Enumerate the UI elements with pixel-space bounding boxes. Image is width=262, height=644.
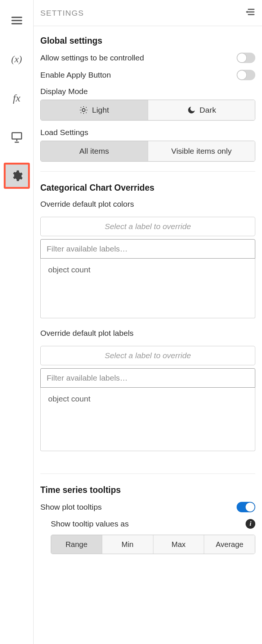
enable-apply-label: Enable Apply Button bbox=[40, 71, 111, 79]
svg-line-14 bbox=[81, 107, 81, 107]
page-title: SETTINGS bbox=[40, 9, 84, 18]
sidebar-item-variable[interactable]: (x) bbox=[4, 46, 30, 72]
svg-rect-3 bbox=[12, 133, 22, 139]
row-allow-controlled: Allow settings to be controlled bbox=[40, 53, 255, 63]
override-colors-option[interactable]: object count bbox=[48, 264, 247, 276]
override-labels-options: object count bbox=[40, 388, 255, 451]
override-labels-label: Override default plot labels bbox=[40, 329, 255, 338]
load-settings-group: All items Visible items only bbox=[40, 141, 255, 162]
toggle-knob bbox=[237, 71, 246, 79]
sidebar-item-presentation[interactable] bbox=[4, 124, 30, 150]
main-panel: SETTINGS Global settings Allow settings … bbox=[34, 0, 262, 644]
override-labels-select[interactable]: Select a label to override bbox=[40, 346, 255, 365]
tooltip-values-as-label: Show tooltip values as bbox=[51, 519, 129, 528]
light-label: Light bbox=[92, 106, 109, 115]
min-label: Min bbox=[122, 540, 134, 549]
toggle-knob bbox=[237, 53, 246, 62]
divider bbox=[40, 171, 255, 172]
row-enable-apply: Enable Apply Button bbox=[40, 70, 255, 80]
dark-label: Dark bbox=[200, 106, 216, 115]
sidebar-item-function[interactable]: fx bbox=[4, 85, 30, 111]
row-show-tooltips: Show plot tooltips bbox=[40, 502, 255, 512]
visible-only-label: Visible items only bbox=[171, 147, 232, 156]
hamburger-icon bbox=[10, 14, 23, 27]
tooltip-mode-min-button[interactable]: Min bbox=[102, 535, 153, 554]
tooltip-mode-average-button[interactable]: Average bbox=[204, 535, 255, 554]
override-colors-select[interactable]: Select a label to override bbox=[40, 217, 255, 236]
moon-icon bbox=[187, 106, 196, 115]
range-label: Range bbox=[65, 540, 87, 549]
panel-header: SETTINGS bbox=[34, 0, 262, 26]
enable-apply-toggle[interactable] bbox=[237, 70, 255, 80]
load-settings-label: Load Settings bbox=[40, 128, 255, 137]
tooltip-subsection: Show tooltip values as i Range Min Max A… bbox=[40, 519, 255, 554]
display-mode-light-button[interactable]: Light bbox=[41, 100, 148, 120]
load-visible-only-button[interactable]: Visible items only bbox=[148, 141, 255, 161]
collapse-panel-button[interactable] bbox=[245, 7, 255, 19]
allow-controlled-label: Allow settings to be controlled bbox=[40, 53, 144, 62]
override-labels-placeholder: Select a label to override bbox=[105, 351, 191, 360]
display-mode-group: Light Dark bbox=[40, 100, 255, 121]
svg-line-17 bbox=[86, 107, 87, 107]
show-tooltips-toggle[interactable] bbox=[237, 502, 255, 512]
toggle-knob bbox=[246, 503, 255, 512]
sidebar-item-menu[interactable] bbox=[4, 7, 30, 34]
gear-icon bbox=[10, 169, 23, 182]
override-colors-label: Override default plot colors bbox=[40, 200, 255, 209]
display-mode-label: Display Mode bbox=[40, 87, 255, 96]
info-icon[interactable]: i bbox=[246, 519, 255, 529]
load-all-items-button[interactable]: All items bbox=[41, 141, 148, 161]
content-scroll[interactable]: Global settings Allow settings to be con… bbox=[34, 26, 262, 644]
sidebar-item-settings[interactable] bbox=[4, 163, 30, 189]
row-tooltip-values-as: Show tooltip values as i bbox=[51, 519, 255, 529]
average-label: Average bbox=[216, 540, 243, 549]
tooltip-mode-range-button[interactable]: Range bbox=[51, 535, 102, 554]
all-items-label: All items bbox=[79, 147, 109, 156]
override-labels-filter-input[interactable] bbox=[40, 368, 255, 388]
section-title-categorical: Categorical Chart Overrides bbox=[40, 183, 255, 193]
variable-icon: (x) bbox=[11, 54, 22, 65]
tooltip-mode-max-button[interactable]: Max bbox=[153, 535, 205, 554]
override-labels-option[interactable]: object count bbox=[48, 393, 247, 405]
override-colors-filter-input[interactable] bbox=[40, 239, 255, 259]
override-colors-placeholder: Select a label to override bbox=[105, 222, 191, 231]
display-mode-dark-button[interactable]: Dark bbox=[148, 100, 255, 120]
show-tooltips-label: Show plot tooltips bbox=[40, 503, 102, 512]
collapse-icon bbox=[245, 7, 255, 17]
override-colors-options: object count bbox=[40, 259, 255, 318]
sun-icon bbox=[79, 106, 88, 115]
svg-line-16 bbox=[81, 112, 81, 113]
presentation-icon bbox=[10, 131, 23, 143]
divider bbox=[40, 473, 255, 474]
section-title-tooltips: Time series tooltips bbox=[40, 485, 255, 495]
function-icon: fx bbox=[13, 92, 20, 104]
sidebar: (x) fx bbox=[0, 0, 34, 644]
svg-line-15 bbox=[86, 112, 87, 113]
svg-point-9 bbox=[82, 109, 85, 112]
tooltip-values-group: Range Min Max Average bbox=[51, 535, 255, 554]
section-title-global: Global settings bbox=[40, 36, 255, 46]
allow-controlled-toggle[interactable] bbox=[237, 53, 255, 63]
max-label: Max bbox=[171, 540, 185, 549]
